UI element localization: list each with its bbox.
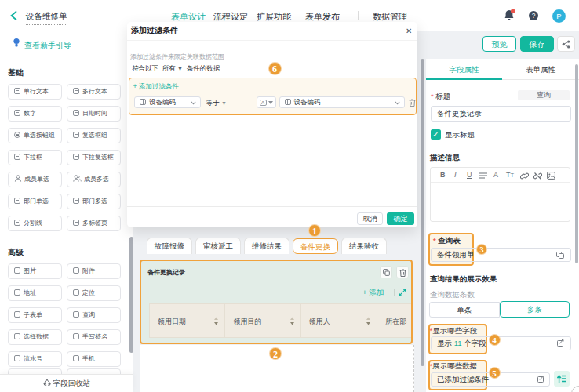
svg-text:?: ? (532, 12, 536, 20)
